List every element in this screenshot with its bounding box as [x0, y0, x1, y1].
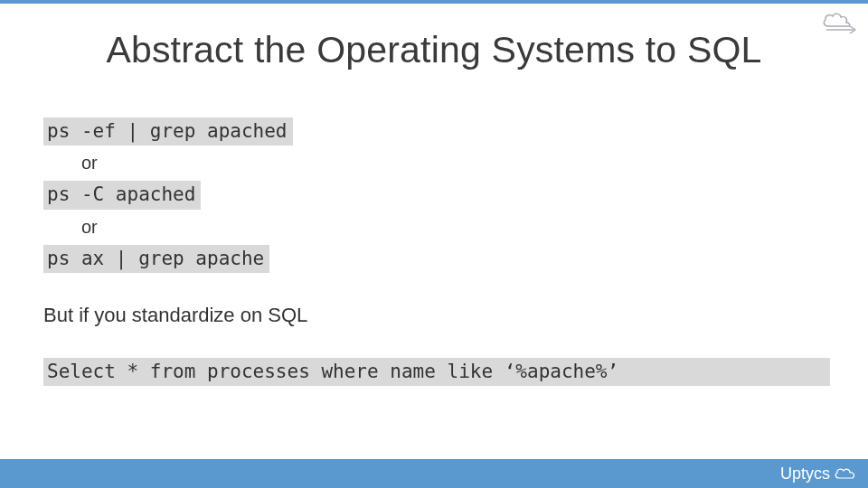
slide-title: Abstract the Operating Systems to SQL [0, 29, 868, 71]
code-line-1: ps -ef | grep apached [43, 117, 825, 145]
sql-code-line: Select * from processes where name like … [43, 358, 825, 386]
slide-content: ps -ef | grep apached or ps -C apached o… [43, 117, 825, 391]
brand-text: Uptycs [780, 465, 830, 483]
brand-logo: Uptycs [780, 465, 857, 483]
code-text: ps -ef | grep apached [43, 117, 293, 145]
cloud-icon [834, 466, 857, 481]
code-line-2: ps -C apached [43, 181, 825, 209]
code-text: ps ax | grep apache [43, 245, 269, 273]
footer-bar: Uptycs [0, 459, 868, 488]
code-line-3: ps ax | grep apache [43, 245, 825, 273]
or-separator: or [43, 151, 825, 175]
code-text: ps -C apached [43, 181, 201, 209]
top-accent-bar [0, 0, 868, 4]
subhead-text: But if you standardize on SQL [43, 302, 825, 329]
or-separator: or [43, 215, 825, 239]
sql-code-text: Select * from processes where name like … [43, 358, 830, 386]
